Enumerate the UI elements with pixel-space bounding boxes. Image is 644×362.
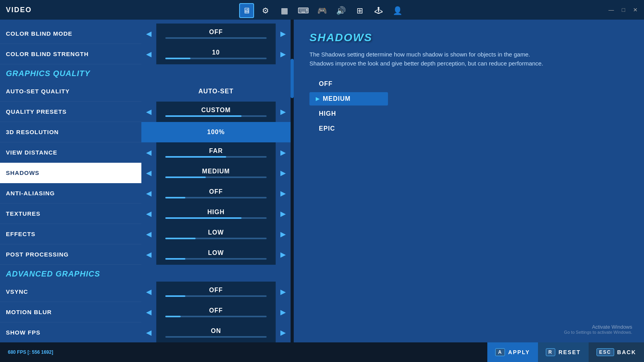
- scroll-thumb[interactable]: [291, 59, 294, 98]
- vsync-left-arrow[interactable]: ◀: [141, 282, 156, 302]
- post-processing-control: ◀ LOW ▶: [141, 244, 291, 265]
- option-medium[interactable]: ▶ MEDIUM: [309, 92, 388, 106]
- bottom-bar: 680 FPS [: 556 1692] A APPLY R RESET ESC…: [0, 342, 644, 362]
- view-distance-row[interactable]: VIEW DISTANCE ◀ FAR ▶: [0, 142, 291, 163]
- show-fps-left-arrow[interactable]: ◀: [141, 322, 156, 343]
- minimize-button[interactable]: —: [606, 6, 617, 14]
- anti-aliasing-slider: [165, 197, 267, 198]
- option-epic[interactable]: EPIC: [309, 122, 388, 135]
- color-blind-strength-right-arrow[interactable]: ▶: [276, 44, 291, 64]
- view-distance-control: ◀ FAR ▶: [141, 142, 291, 163]
- textures-control: ◀ HIGH ▶: [141, 204, 291, 224]
- controller-nav-icon[interactable]: 🕹: [371, 3, 386, 18]
- post-processing-label: POST PROCESSING: [0, 251, 141, 258]
- color-blind-strength-value-box: 10: [156, 44, 276, 64]
- option-off[interactable]: OFF: [309, 77, 388, 91]
- 3d-resolution-value: 100%: [207, 129, 225, 136]
- shadows-row[interactable]: SHADOWS ◀ MEDIUM ▶: [0, 163, 291, 183]
- vsync-row[interactable]: VSYNC ◀ OFF ▶: [0, 282, 291, 302]
- color-blind-strength-row[interactable]: COLOR BLIND STRENGTH ◀ 10 ▶: [0, 44, 291, 64]
- user-nav-icon[interactable]: 👤: [390, 3, 405, 18]
- apply-button[interactable]: A APPLY: [487, 342, 538, 362]
- show-fps-label: SHOW FPS: [0, 329, 141, 336]
- anti-aliasing-left-arrow[interactable]: ◀: [141, 183, 156, 204]
- effects-left-arrow[interactable]: ◀: [141, 224, 156, 244]
- color-blind-mode-left-arrow[interactable]: ◀: [141, 24, 156, 44]
- detail-title: SHADOWS: [309, 31, 628, 44]
- show-fps-slider: [165, 336, 267, 338]
- view-distance-left-arrow[interactable]: ◀: [141, 142, 156, 163]
- 3d-resolution-row[interactable]: 3D RESOLUTION 100%: [0, 122, 291, 142]
- textures-left-arrow[interactable]: ◀: [141, 204, 156, 224]
- textures-row[interactable]: TEXTURES ◀ HIGH ▶: [0, 204, 291, 224]
- show-fps-row[interactable]: SHOW FPS ◀ ON ▶: [0, 322, 291, 342]
- post-processing-row[interactable]: POST PROCESSING ◀ LOW ▶: [0, 244, 291, 265]
- color-blind-mode-row[interactable]: COLOR BLIND MODE ◀ OFF ▶: [0, 24, 291, 44]
- shadows-right-arrow[interactable]: ▶: [276, 163, 291, 183]
- apply-key: A: [495, 348, 505, 356]
- 3d-resolution-value-box: 100%: [141, 122, 291, 142]
- auto-set-quality-label: AUTO-SET QUALITY: [0, 88, 141, 95]
- vsync-value-box: OFF: [156, 282, 276, 302]
- color-blind-mode-slider: [165, 37, 267, 39]
- motion-blur-slider: [165, 316, 267, 317]
- show-fps-right-arrow[interactable]: ▶: [276, 322, 291, 343]
- display-nav-icon[interactable]: ▦: [277, 3, 292, 18]
- motion-blur-left-arrow[interactable]: ◀: [141, 302, 156, 322]
- color-blind-mode-right-arrow[interactable]: ▶: [276, 24, 291, 44]
- vsync-right-arrow[interactable]: ▶: [276, 282, 291, 302]
- gear-nav-icon[interactable]: ⚙: [258, 3, 273, 18]
- gamepad-nav-icon[interactable]: 🎮: [315, 3, 329, 18]
- view-distance-label: VIEW DISTANCE: [0, 149, 141, 156]
- option-high[interactable]: HIGH: [309, 107, 388, 120]
- maximize-button[interactable]: □: [620, 6, 628, 14]
- back-button[interactable]: ESC BACK: [589, 342, 644, 362]
- reset-button[interactable]: R RESET: [538, 342, 589, 362]
- option-high-label: HIGH: [319, 110, 336, 117]
- motion-blur-right-arrow[interactable]: ▶: [276, 302, 291, 322]
- post-processing-left-arrow[interactable]: ◀: [141, 244, 156, 265]
- color-blind-strength-left-arrow[interactable]: ◀: [141, 44, 156, 64]
- scroll-indicator: [291, 20, 294, 342]
- keyboard-nav-icon[interactable]: ⌨: [296, 3, 311, 18]
- shadows-left-arrow[interactable]: ◀: [141, 163, 156, 183]
- option-medium-label: MEDIUM: [323, 95, 351, 102]
- monitor-nav-icon[interactable]: 🖥: [239, 3, 254, 18]
- view-distance-right-arrow[interactable]: ▶: [276, 142, 291, 163]
- quality-presets-right-arrow[interactable]: ▶: [276, 102, 291, 122]
- auto-set-quality-value: AUTO-SET: [198, 88, 233, 95]
- window-controls: — □ ✕: [606, 0, 640, 20]
- audio-nav-icon[interactable]: 🔊: [333, 3, 348, 18]
- effects-right-arrow[interactable]: ▶: [276, 224, 291, 244]
- motion-blur-row[interactable]: MOTION BLUR ◀ OFF ▶: [0, 302, 291, 322]
- motion-blur-label: MOTION BLUR: [0, 309, 141, 315]
- quality-presets-value-box: CUSTOM: [156, 102, 276, 122]
- post-processing-right-arrow[interactable]: ▶: [276, 244, 291, 265]
- main-layout: COLOR BLIND MODE ◀ OFF ▶ COLOR BLIND STR…: [0, 20, 644, 342]
- anti-aliasing-row[interactable]: ANTI-ALIASING ◀ OFF ▶: [0, 183, 291, 204]
- anti-aliasing-right-arrow[interactable]: ▶: [276, 183, 291, 204]
- effects-value-box: LOW: [156, 224, 276, 244]
- title-bar: VIDEO 🖥 ⚙ ▦ ⌨ 🎮 🔊 ⊞ 🕹 👤 — □ ✕: [0, 0, 644, 20]
- effects-label: EFFECTS: [0, 231, 141, 237]
- close-button[interactable]: ✕: [631, 6, 640, 14]
- effects-row[interactable]: EFFECTS ◀ LOW ▶: [0, 224, 291, 244]
- quality-presets-row[interactable]: QUALITY PRESETS ◀ CUSTOM ▶: [0, 102, 291, 122]
- graphics-quality-header: GRAPHICS QUALITY: [0, 64, 291, 81]
- fps-info: 680 FPS [: 556 1692]: [8, 349, 53, 355]
- shadows-slider: [165, 176, 267, 178]
- network-nav-icon[interactable]: ⊞: [352, 3, 367, 18]
- view-distance-value-box: FAR: [156, 142, 276, 163]
- color-blind-mode-value: OFF: [209, 29, 223, 36]
- auto-set-quality-row[interactable]: AUTO-SET QUALITY AUTO-SET: [0, 81, 291, 102]
- shadows-value-box: MEDIUM: [156, 163, 276, 183]
- nav-icons: 🖥 ⚙ ▦ ⌨ 🎮 🔊 ⊞ 🕹 👤: [239, 3, 405, 18]
- quality-presets-left-arrow[interactable]: ◀: [141, 102, 156, 122]
- effects-slider: [165, 238, 267, 239]
- post-processing-value-box: LOW: [156, 244, 276, 265]
- color-blind-mode-value-box: OFF: [156, 24, 276, 44]
- advanced-graphics-header: ADVANCED GRAPHICS: [0, 265, 291, 282]
- textures-right-arrow[interactable]: ▶: [276, 204, 291, 224]
- effects-value: LOW: [208, 229, 224, 236]
- option-epic-label: EPIC: [319, 125, 335, 132]
